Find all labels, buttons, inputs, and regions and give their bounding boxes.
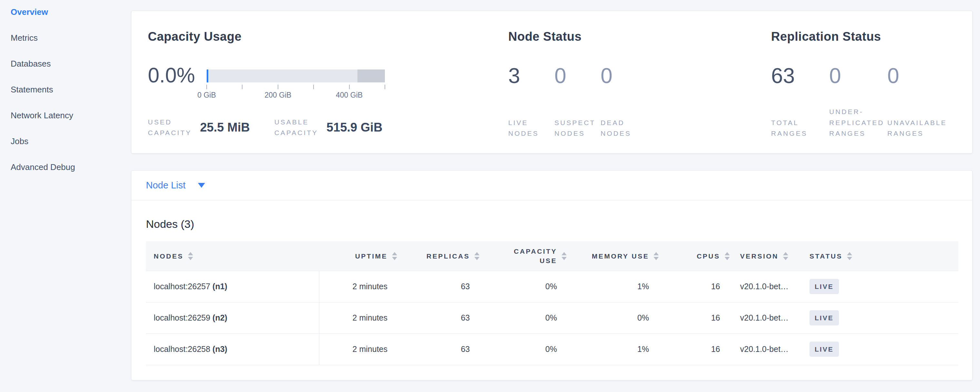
stat-column: 0DEADNODES bbox=[601, 65, 647, 139]
node-status-stats: 3LIVENODES0SUSPECTNODES0DEADNODES bbox=[508, 65, 771, 139]
cell-capacity_use: 0% bbox=[482, 271, 569, 302]
sidebar-item-overview[interactable]: Overview bbox=[11, 7, 127, 17]
table-row[interactable]: localhost:26257 (n1)2 minutes630%1%16v20… bbox=[146, 271, 958, 302]
cell-version: v20.1.0-bet… bbox=[732, 302, 801, 333]
stat-column: 3LIVENODES bbox=[508, 65, 554, 139]
cell-replicas: 63 bbox=[399, 333, 482, 365]
stat-label-box: UNAVAILABLERANGES bbox=[887, 106, 945, 139]
sidebar-item-network-latency[interactable]: Network Latency bbox=[11, 110, 127, 120]
cell-replicas: 63 bbox=[399, 271, 482, 302]
bar-used-segment bbox=[207, 70, 208, 83]
node-id: (n1) bbox=[212, 282, 228, 291]
node-address-link[interactable]: localhost:26258 bbox=[154, 344, 212, 354]
stat-label: UNAVAILABLERANGES bbox=[887, 117, 947, 139]
stat-label: USEDCAPACITY bbox=[148, 117, 191, 138]
column-header-capacity_use[interactable]: CAPACITYUSE bbox=[482, 241, 569, 271]
capacity-stat: USEDCAPACITY25.5 MiB bbox=[148, 117, 250, 138]
cell-uptime: 2 minutes bbox=[319, 271, 399, 302]
cell-status: LIVE bbox=[801, 302, 958, 333]
stat-label: DEADNODES bbox=[601, 117, 631, 139]
cell-cpus: 16 bbox=[661, 333, 732, 365]
stat-label: USABLECAPACITY bbox=[274, 117, 318, 138]
column-header-cell: NODES bbox=[146, 252, 319, 261]
sort-up-arrow bbox=[654, 252, 659, 255]
stat-label: SUSPECTNODES bbox=[554, 117, 595, 139]
cell-status: LIVE bbox=[801, 333, 958, 365]
sort-down-arrow bbox=[783, 257, 788, 260]
stat-column: 0UNAVAILABLERANGES bbox=[887, 65, 945, 139]
table-header-row: NODESUPTIMEREPLICASCAPACITYUSEMEMORY USE… bbox=[146, 241, 958, 271]
capacity-gauge: 0.0% 0 GiB200 GiB400 GiB bbox=[148, 65, 508, 100]
sidebar-item-metrics[interactable]: Metrics bbox=[11, 33, 127, 43]
cell-uptime: 2 minutes bbox=[319, 302, 399, 333]
node-list-dropdown[interactable]: Node List bbox=[146, 180, 205, 191]
sort-up-arrow bbox=[392, 252, 397, 255]
column-header-node[interactable]: NODES bbox=[146, 241, 319, 271]
sort-up-arrow bbox=[783, 252, 788, 255]
sidebar-item-advanced-debug[interactable]: Advanced Debug bbox=[11, 162, 127, 172]
stat-label: UNDER-REPLICATEDRANGES bbox=[829, 106, 884, 139]
capacity-stats: USEDCAPACITY25.5 MiBUSABLECAPACITY515.9 … bbox=[148, 117, 508, 138]
column-header-label: REPLICAS bbox=[426, 252, 470, 261]
sort-icon bbox=[847, 252, 852, 260]
sort-up-arrow bbox=[562, 252, 567, 255]
sort-icon bbox=[654, 252, 659, 260]
cell-cpus: 16 bbox=[661, 271, 732, 302]
sidebar-item-databases[interactable]: Databases bbox=[11, 59, 127, 69]
axis-tick bbox=[349, 84, 350, 89]
capacity-bar bbox=[207, 70, 385, 83]
cell-node: localhost:26259 (n2) bbox=[146, 302, 319, 333]
node-list-card: Node List Nodes (3) NODESUPTIMEREPLICASC… bbox=[131, 170, 972, 380]
column-header-replicas[interactable]: REPLICAS bbox=[399, 241, 482, 271]
column-header-cpus[interactable]: CPUS bbox=[661, 241, 732, 271]
column-header-label: VERSION bbox=[740, 252, 778, 261]
cell-version: v20.1.0-bet… bbox=[732, 333, 801, 365]
capacity-axis-ticks bbox=[207, 84, 385, 89]
axis-tick bbox=[206, 84, 207, 89]
sidebar-item-statements[interactable]: Statements bbox=[11, 84, 127, 94]
stat-label-box: LIVENODES bbox=[508, 106, 554, 139]
sort-up-arrow bbox=[474, 252, 479, 255]
sort-down-arrow bbox=[654, 257, 659, 260]
table-row[interactable]: localhost:26259 (n2)2 minutes630%0%16v20… bbox=[146, 302, 958, 333]
axis-tick bbox=[242, 84, 242, 89]
column-header-label: STATUS bbox=[810, 252, 842, 261]
column-header-cell: REPLICAS bbox=[399, 252, 482, 261]
node-address-link[interactable]: localhost:26257 bbox=[154, 282, 212, 291]
axis-tick-label: 400 GiB bbox=[336, 91, 363, 100]
sidebar: OverviewMetricsDatabasesStatementsNetwor… bbox=[11, 7, 127, 188]
stat-label-box: TOTALRANGES bbox=[771, 106, 829, 139]
column-header-uptime[interactable]: UPTIME bbox=[319, 241, 399, 271]
stat-label: LIVENODES bbox=[508, 117, 539, 139]
capacity-bar-chart: 0 GiB200 GiB400 GiB bbox=[207, 70, 385, 100]
stat-value: 0 bbox=[887, 65, 945, 86]
cell-node: localhost:26257 (n1) bbox=[146, 271, 319, 302]
sort-down-arrow bbox=[392, 257, 397, 260]
node-id: (n2) bbox=[212, 313, 228, 322]
sort-icon bbox=[474, 252, 479, 260]
sort-down-arrow bbox=[188, 257, 193, 260]
cell-cpus: 16 bbox=[661, 302, 732, 333]
stat-value: 0 bbox=[829, 65, 887, 86]
node-status-title: Node Status bbox=[508, 30, 771, 44]
table-row[interactable]: localhost:26258 (n3)2 minutes630%1%16v20… bbox=[146, 333, 958, 365]
stat-value: 25.5 MiB bbox=[200, 121, 250, 134]
stat-column: 63TOTALRANGES bbox=[771, 65, 829, 139]
column-header-version[interactable]: VERSION bbox=[732, 241, 801, 271]
node-list-dropdown-row: Node List bbox=[131, 171, 972, 200]
column-header-memory_use[interactable]: MEMORY USE bbox=[569, 241, 661, 271]
sort-up-arrow bbox=[725, 252, 730, 255]
cell-node: localhost:26258 (n3) bbox=[146, 333, 319, 365]
node-address-link[interactable]: localhost:26259 bbox=[154, 313, 212, 322]
sort-up-arrow bbox=[847, 252, 852, 255]
capacity-stat: USABLECAPACITY515.9 GiB bbox=[274, 117, 383, 138]
sidebar-item-jobs[interactable]: Jobs bbox=[11, 136, 127, 146]
cell-status: LIVE bbox=[801, 271, 958, 302]
column-header-cell: CAPACITYUSE bbox=[482, 247, 569, 266]
stat-label-box: DEADNODES bbox=[601, 106, 647, 139]
replication-status-stats: 63TOTALRANGES0UNDER-REPLICATEDRANGES0UNA… bbox=[771, 65, 972, 139]
column-header-label: NODES bbox=[154, 252, 183, 261]
column-header-label: CPUS bbox=[697, 252, 720, 261]
axis-tick bbox=[278, 84, 278, 89]
column-header-status[interactable]: STATUS bbox=[801, 241, 958, 271]
